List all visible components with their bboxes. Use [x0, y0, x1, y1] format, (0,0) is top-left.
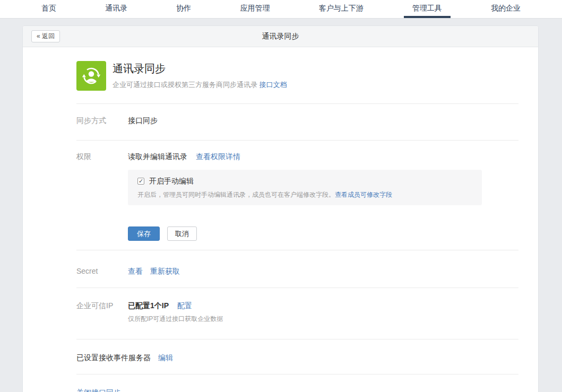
permission-value: 读取并编辑通讯录 — [128, 152, 187, 161]
trusted-ip-value-line: 已配置1个IP 配置 — [128, 300, 223, 311]
nav-tab-customers-upstream[interactable]: 客户与上下游 — [310, 0, 372, 18]
cancel-button[interactable]: 取消 — [167, 227, 197, 241]
contact-sync-icon — [76, 61, 106, 91]
page-subheader: « 返回 通讯录同步 — [23, 26, 538, 47]
app-title: 通讯录同步 — [113, 62, 287, 75]
sync-mode-value: 接口同步 — [128, 115, 158, 126]
app-header: 通讯录同步 企业可通过接口或授权第三方服务商同步通讯录 接口文档 — [76, 61, 518, 104]
back-button[interactable]: « 返回 — [31, 30, 60, 42]
event-server-status: 已设置接收事件服务器 — [76, 353, 151, 362]
permission-value-line: 读取并编辑通讯录 查看权限详情 — [128, 151, 482, 162]
content-card: « 返回 通讯录同步 通讯录同步 企业可 — [22, 25, 539, 392]
secret-view-link[interactable]: 查看 — [128, 267, 143, 275]
editable-fields-link[interactable]: 查看成员可修改字段 — [335, 191, 392, 198]
save-button[interactable]: 保存 — [128, 227, 160, 241]
trusted-ip-value: 已配置1个IP — [128, 301, 169, 310]
section-permission: 权限 读取并编辑通讯录 查看权限详情 ✓ 开启手动编辑 开启后，管理员可同时手动… — [76, 141, 518, 250]
trusted-ip-config-link[interactable]: 配置 — [177, 301, 192, 310]
app-subtitle: 企业可通过接口或授权第三方服务商同步通讯录 接口文档 — [113, 80, 287, 90]
card-body: 通讯录同步 企业可通过接口或授权第三方服务商同步通讯录 接口文档 同步方式 接口… — [23, 47, 538, 392]
manual-edit-box: ✓ 开启手动编辑 开启后，管理员可同时手动编辑通讯录，成员也可在客户端修改字段。… — [128, 170, 482, 205]
nav-tab-contacts[interactable]: 通讯录 — [97, 0, 136, 18]
nav-tab-app-management[interactable]: 应用管理 — [231, 0, 278, 18]
section-close-sync: 关闭接口同步 — [76, 374, 518, 392]
section-secret: Secret 查看 重新获取 — [76, 250, 518, 288]
nav-tab-collaboration[interactable]: 协作 — [168, 0, 200, 18]
page-title: 通讯录同步 — [23, 32, 538, 41]
event-server-edit-link[interactable]: 编辑 — [158, 353, 173, 362]
manual-edit-checkbox[interactable]: ✓ — [137, 178, 144, 185]
permission-detail-link[interactable]: 查看权限详情 — [196, 152, 240, 161]
section-trusted-ip: 企业可信IP 已配置1个IP 配置 仅所配IP可通过接口获取企业数据 — [76, 288, 518, 339]
sync-mode-label: 同步方式 — [76, 115, 128, 126]
trusted-ip-label: 企业可信IP — [76, 300, 128, 324]
close-api-sync-link[interactable]: 关闭接口同步 — [76, 388, 121, 392]
back-chevron-icon: « — [37, 32, 40, 40]
secret-label: Secret — [76, 266, 128, 276]
secret-refresh-link[interactable]: 重新获取 — [150, 267, 180, 275]
section-event-server: 已设置接收事件服务器 编辑 — [76, 339, 518, 374]
nav-tab-my-enterprise[interactable]: 我的企业 — [482, 0, 529, 18]
permission-label: 权限 — [76, 151, 128, 241]
manual-edit-checkbox-label[interactable]: 开启手动编辑 — [149, 176, 194, 186]
manual-edit-description: 开启后，管理员可同时手动编辑通讯录，成员也可在客户端修改字段。查看成员可修改字段 — [137, 190, 472, 199]
permission-buttons: 保存 取消 — [128, 227, 482, 241]
top-navigation: 首页 通讯录 协作 应用管理 客户与上下游 管理工具 我的企业 — [0, 0, 562, 19]
nav-tab-home[interactable]: 首页 — [33, 0, 65, 18]
nav-tab-management-tools[interactable]: 管理工具 — [404, 0, 451, 18]
trusted-ip-description: 仅所配IP可通过接口获取企业数据 — [128, 313, 223, 324]
section-sync-mode: 同步方式 接口同步 — [76, 104, 518, 141]
api-doc-link[interactable]: 接口文档 — [260, 81, 287, 89]
